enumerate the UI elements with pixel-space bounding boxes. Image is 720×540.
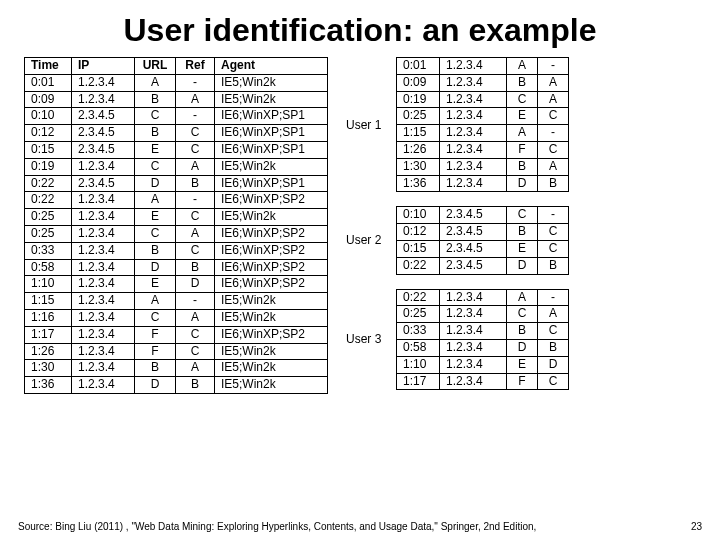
table-row: 0:011.2.3.4A- [397,58,569,75]
user-session-table: 0:102.3.4.5C-0:122.3.4.5BC0:152.3.4.5EC0… [396,206,569,274]
column-header: Ref [176,58,215,75]
table-row: 1:301.2.3.4BAIE5;Win2k [25,360,328,377]
table-row: 0:221.2.3.4A-IE6;WinXP;SP2 [25,192,328,209]
table-row: 1:151.2.3.4A-IE5;Win2k [25,293,328,310]
table-row: 0:581.2.3.4DBIE6;WinXP;SP2 [25,259,328,276]
table-row: 1:171.2.3.4FC [397,373,569,390]
table-row: 0:222.3.4.5DBIE6;WinXP;SP1 [25,175,328,192]
column-header: Time [25,58,72,75]
table-row: 1:361.2.3.4DB [397,175,569,192]
column-header: URL [135,58,176,75]
table-row: 0:222.3.4.5DB [397,257,569,274]
main-log-table: TimeIPURLRefAgent 0:011.2.3.4A-IE5;Win2k… [24,57,328,394]
table-row: 0:102.3.4.5C- [397,207,569,224]
slide-title: User identification: an example [24,12,696,49]
table-row: 0:251.2.3.4ECIE5;Win2k [25,209,328,226]
table-row: 1:301.2.3.4BA [397,158,569,175]
table-row: 0:251.2.3.4CA [397,306,569,323]
table-row: 0:091.2.3.4BAIE5;Win2k [25,91,328,108]
user-session-table: 0:011.2.3.4A-0:091.2.3.4BA0:191.2.3.4CA0… [396,57,569,192]
column-header: Agent [215,58,328,75]
table-row: 1:261.2.3.4FC [397,141,569,158]
table-row: 0:152.3.4.5EC [397,240,569,257]
table-row: 0:331.2.3.4BCIE6;WinXP;SP2 [25,242,328,259]
source-citation: Source: Bing Liu (2011) , "Web Data Mini… [18,521,536,532]
table-row: 0:011.2.3.4A-IE5;Win2k [25,74,328,91]
table-row: 0:152.3.4.5ECIE6;WinXP;SP1 [25,141,328,158]
table-row: 0:331.2.3.4BC [397,323,569,340]
table-row: 1:361.2.3.4DBIE5;Win2k [25,377,328,394]
table-row: 0:581.2.3.4DB [397,339,569,356]
user-group-label: User 1 [346,118,390,132]
table-row: 1:171.2.3.4FCIE6;WinXP;SP2 [25,326,328,343]
user-session-table: 0:221.2.3.4A-0:251.2.3.4CA0:331.2.3.4BC0… [396,289,569,391]
table-row: 0:102.3.4.5C-IE6;WinXP;SP1 [25,108,328,125]
table-row: 0:191.2.3.4CAIE5;Win2k [25,158,328,175]
table-row: 0:191.2.3.4CA [397,91,569,108]
table-row: 1:161.2.3.4CAIE5;Win2k [25,309,328,326]
table-row: 0:091.2.3.4BA [397,74,569,91]
user-group-label: User 3 [346,332,390,346]
table-row: 0:251.2.3.4CAIE6;WinXP;SP2 [25,225,328,242]
table-row: 1:261.2.3.4FCIE5;Win2k [25,343,328,360]
table-row: 0:122.3.4.5BCIE6;WinXP;SP1 [25,125,328,142]
table-row: 1:101.2.3.4ED [397,356,569,373]
table-row: 0:221.2.3.4A- [397,289,569,306]
column-header: IP [72,58,135,75]
page-number: 23 [691,521,702,532]
table-row: 1:101.2.3.4EDIE6;WinXP;SP2 [25,276,328,293]
table-row: 0:122.3.4.5BC [397,224,569,241]
user-group-label: User 2 [346,233,390,247]
table-row: 1:151.2.3.4A- [397,125,569,142]
table-row: 0:251.2.3.4EC [397,108,569,125]
